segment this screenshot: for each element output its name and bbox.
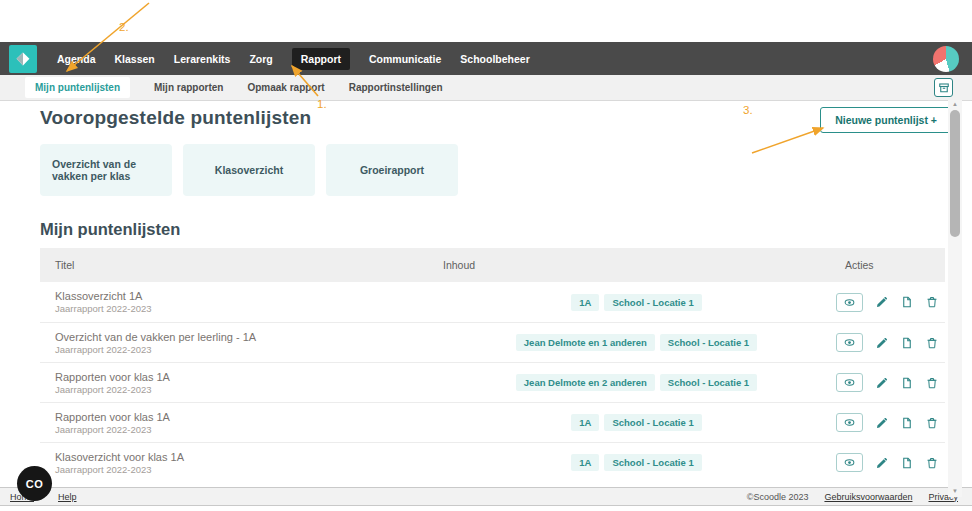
table-row: Overzicht van de vakken per leerling - 1… bbox=[40, 322, 945, 362]
students-chip: Jean Delmote en 2 anderen bbox=[516, 374, 655, 391]
scoodle-logo[interactable] bbox=[9, 45, 37, 73]
school-chip: School - Locatie 1 bbox=[660, 374, 757, 391]
edit-button[interactable] bbox=[876, 377, 888, 389]
scrollbar-thumb[interactable] bbox=[950, 110, 960, 237]
new-puntenlijst-button[interactable]: Nieuwe puntenlijst + bbox=[820, 107, 952, 133]
export-button[interactable] bbox=[901, 457, 913, 469]
delete-button[interactable] bbox=[926, 457, 938, 469]
eye-icon bbox=[843, 417, 856, 428]
export-button[interactable] bbox=[901, 296, 913, 308]
screen: 2. 1. 3. Agenda Klassen Lerarenkits Zorg… bbox=[0, 0, 972, 511]
export-button[interactable] bbox=[901, 377, 913, 389]
pencil-icon bbox=[876, 417, 888, 429]
list-subtitle: Jaarrapport 2022-2023 bbox=[55, 303, 443, 315]
column-header-inhoud: Inhoud bbox=[443, 259, 830, 271]
school-chip: School - Locatie 1 bbox=[604, 454, 701, 471]
document-icon bbox=[901, 457, 913, 469]
footer-help-link[interactable]: Help bbox=[58, 492, 77, 502]
view-button[interactable] bbox=[836, 373, 863, 392]
delete-button[interactable] bbox=[926, 296, 938, 308]
list-subtitle: Jaarrapport 2022-2023 bbox=[55, 424, 443, 436]
class-chip: 1A bbox=[571, 454, 599, 471]
list-title: Overzicht van de vakken per leerling - 1… bbox=[55, 330, 443, 344]
class-chip: 1A bbox=[571, 414, 599, 431]
delete-button[interactable] bbox=[926, 377, 938, 389]
table-row: Rapporten voor klas 1A Jaarrapport 2022-… bbox=[40, 402, 945, 442]
column-header-acties: Acties bbox=[830, 259, 945, 271]
document-icon bbox=[901, 377, 913, 389]
preset-card-overzicht-vakken[interactable]: Overzicht van de vakken per klas bbox=[40, 144, 172, 196]
list-title: Rapporten voor klas 1A bbox=[55, 410, 443, 424]
preset-cards: Overzicht van de vakken per klas Klasove… bbox=[40, 144, 458, 196]
list-title: Rapporten voor klas 1A bbox=[55, 370, 443, 384]
user-avatar[interactable] bbox=[933, 46, 959, 72]
scrollbar-down-arrow[interactable]: ▼ bbox=[948, 487, 962, 495]
nav-zorg[interactable]: Zorg bbox=[249, 53, 272, 65]
archive-icon bbox=[938, 82, 950, 94]
list-subtitle: Jaarrapport 2022-2023 bbox=[55, 464, 443, 476]
column-header-titel: Titel bbox=[40, 259, 443, 271]
list-title: Klasoverzicht voor klas 1A bbox=[55, 450, 443, 464]
pencil-icon bbox=[876, 296, 888, 308]
diamond-icon bbox=[13, 49, 33, 69]
class-chip: 1A bbox=[571, 294, 599, 311]
archive-button[interactable] bbox=[934, 78, 953, 97]
edit-button[interactable] bbox=[876, 296, 888, 308]
table-row: Klasoverzicht voor klas 1A Jaarrapport 2… bbox=[40, 442, 945, 482]
list-subtitle: Jaarrapport 2022-2023 bbox=[55, 384, 443, 396]
view-button[interactable] bbox=[836, 413, 863, 432]
table-row: Klassoverzicht 1A Jaarrapport 2022-2023 … bbox=[40, 282, 945, 322]
preset-card-groeirapport[interactable]: Groeirapport bbox=[326, 144, 458, 196]
school-chip: School - Locatie 1 bbox=[660, 334, 757, 351]
view-button[interactable] bbox=[836, 293, 863, 312]
trash-icon bbox=[926, 337, 938, 349]
tab-opmaak-rapport[interactable]: Opmaak rapport bbox=[247, 82, 324, 93]
students-chip: Jean Delmote en 1 anderen bbox=[516, 334, 655, 351]
scrollbar-up-arrow[interactable]: ▲ bbox=[948, 100, 962, 108]
trash-icon bbox=[926, 457, 938, 469]
eye-icon bbox=[843, 377, 856, 388]
topnav-items: Agenda Klassen Lerarenkits Zorg Rapport … bbox=[57, 48, 530, 70]
edit-button[interactable] bbox=[876, 457, 888, 469]
list-subtitle: Jaarrapport 2022-2023 bbox=[55, 344, 443, 356]
table-row: Rapporten voor klas 1A Jaarrapport 2022-… bbox=[40, 362, 945, 402]
pencil-icon bbox=[876, 457, 888, 469]
annotation-label-3: 3. bbox=[743, 104, 753, 116]
footer-terms-link[interactable]: Gebruiksvoorwaarden bbox=[824, 492, 912, 502]
nav-rapport[interactable]: Rapport bbox=[292, 48, 350, 70]
export-button[interactable] bbox=[901, 417, 913, 429]
nav-communicatie[interactable]: Communicatie bbox=[369, 53, 441, 65]
school-chip: School - Locatie 1 bbox=[604, 294, 701, 311]
delete-button[interactable] bbox=[926, 417, 938, 429]
document-icon bbox=[901, 296, 913, 308]
tab-mijn-rapporten[interactable]: Mijn rapporten bbox=[154, 82, 223, 93]
nav-lerarenkits[interactable]: Lerarenkits bbox=[174, 53, 231, 65]
tab-rapportinstellingen[interactable]: Rapportinstellingen bbox=[349, 82, 443, 93]
preset-card-klasoverzicht[interactable]: Klasoverzicht bbox=[183, 144, 315, 196]
eye-icon bbox=[843, 457, 856, 468]
nav-schoolbeheer[interactable]: Schoolbeheer bbox=[460, 53, 529, 65]
list-title: Klassoverzicht 1A bbox=[55, 289, 443, 303]
edit-button[interactable] bbox=[876, 337, 888, 349]
trash-icon bbox=[926, 377, 938, 389]
top-navigation: Agenda Klassen Lerarenkits Zorg Rapport … bbox=[0, 42, 972, 75]
tab-mijn-puntenlijsten[interactable]: Mijn puntenlijsten bbox=[25, 77, 130, 98]
document-icon bbox=[901, 337, 913, 349]
view-button[interactable] bbox=[836, 333, 863, 352]
delete-button[interactable] bbox=[926, 337, 938, 349]
nav-agenda[interactable]: Agenda bbox=[57, 53, 96, 65]
pencil-icon bbox=[876, 337, 888, 349]
annotation-label-2: 2. bbox=[119, 21, 129, 33]
view-button[interactable] bbox=[836, 453, 863, 472]
chat-widget-badge[interactable]: CO bbox=[17, 466, 52, 501]
document-icon bbox=[901, 417, 913, 429]
table-header: Titel Inhoud Acties bbox=[40, 248, 945, 282]
nav-klassen[interactable]: Klassen bbox=[115, 53, 155, 65]
eye-icon bbox=[843, 337, 856, 348]
scrollbar[interactable]: ▲ ▼ bbox=[948, 100, 962, 497]
edit-button[interactable] bbox=[876, 417, 888, 429]
page-title: Vooropgestelde puntenlijsten bbox=[40, 107, 311, 129]
trash-icon bbox=[926, 296, 938, 308]
trash-icon bbox=[926, 417, 938, 429]
export-button[interactable] bbox=[901, 337, 913, 349]
